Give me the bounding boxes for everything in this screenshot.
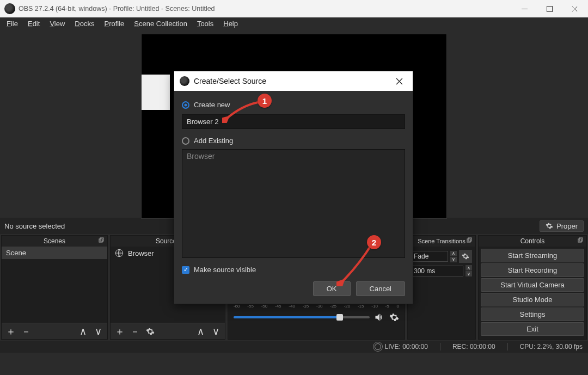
gear-icon: [146, 327, 155, 336]
dock-scenes-header: Scenes: [2, 236, 107, 247]
dialog-title: Create/Select Source: [194, 77, 391, 85]
app-icon: [4, 3, 15, 14]
dock-scenes: Scenes Scene ＋ － ∧ ∨: [1, 235, 108, 340]
transition-select[interactable]: Fade: [411, 251, 448, 262]
window-titlebar: OBS 27.2.4 (64-bit, windows) - Profile: …: [0, 0, 588, 17]
detach-icon[interactable]: [467, 237, 472, 243]
make-visible-label: Make source visible: [194, 266, 256, 274]
svg-rect-9: [468, 238, 471, 241]
add-source-button[interactable]: ＋: [113, 325, 127, 338]
radio-icon: [182, 101, 189, 109]
svg-rect-0: [547, 6, 552, 11]
properties-button[interactable]: Proper: [540, 220, 584, 232]
add-scene-button[interactable]: ＋: [4, 325, 18, 338]
no-source-label: No source selected: [4, 222, 65, 230]
dialog-titlebar: Create/Select Source: [174, 71, 413, 91]
detach-icon[interactable]: [578, 237, 583, 243]
globe-icon: [115, 249, 124, 257]
start-recording-button[interactable]: Start Recording: [481, 263, 584, 277]
add-existing-radio[interactable]: Add Existing: [182, 134, 405, 147]
gear-icon: [462, 253, 469, 260]
menu-help[interactable]: Help: [219, 19, 242, 29]
move-source-down-button[interactable]: ∨: [209, 325, 223, 338]
close-icon: [396, 78, 403, 85]
scene-item[interactable]: Scene: [2, 247, 107, 259]
status-cpu: CPU: 2.2%, 30.00 fps: [520, 343, 583, 351]
status-rec: REC: 00:00:00: [452, 343, 495, 351]
dock-controls-header: Controls: [479, 236, 586, 247]
studio-mode-button[interactable]: Studio Mode: [481, 293, 584, 306]
svg-rect-11: [579, 238, 583, 241]
settings-button[interactable]: Settings: [481, 308, 584, 321]
ok-button[interactable]: OK: [313, 281, 351, 296]
duration-spinner[interactable]: ∧∨: [465, 265, 472, 276]
menu-docks[interactable]: Docks: [70, 19, 99, 29]
exit-button[interactable]: Exit: [481, 322, 584, 336]
dock-controls: Controls Start Streaming Start Recording…: [478, 235, 587, 340]
checkbox-icon: ✓: [182, 266, 189, 274]
start-streaming-button[interactable]: Start Streaming: [481, 249, 584, 262]
statusbar: LIVE: 00:00:00 REC: 00:00:00 CPU: 2.2%, …: [0, 341, 588, 353]
create-new-label: Create new: [194, 101, 230, 109]
gear-icon: [546, 222, 553, 230]
svg-rect-10: [578, 239, 581, 242]
cancel-button[interactable]: Cancel: [356, 281, 405, 296]
transition-spinner[interactable]: ∧∨: [450, 251, 457, 262]
speaker-icon[interactable]: [374, 312, 385, 323]
menu-edit[interactable]: Edit: [23, 19, 44, 29]
transition-duration-input[interactable]: 300 ms: [411, 266, 463, 276]
menu-tools[interactable]: Tools: [193, 19, 218, 29]
move-source-up-button[interactable]: ∧: [193, 325, 207, 338]
start-virtual-camera-button[interactable]: Start Virtual Camera: [481, 278, 584, 292]
create-source-dialog: Create/Select Source Create new Add Exis…: [174, 71, 413, 304]
menu-profile[interactable]: Profile: [100, 19, 128, 29]
move-scene-down-button[interactable]: ∨: [91, 325, 105, 338]
annotation-badge-2: 2: [367, 235, 381, 249]
make-visible-checkbox[interactable]: ✓ Make source visible: [182, 262, 405, 280]
existing-source-item[interactable]: Browser: [187, 152, 400, 161]
maximize-button[interactable]: [537, 0, 562, 17]
window-title: OBS 27.2.4 (64-bit, windows) - Profile: …: [19, 5, 512, 13]
source-item-label: Browser: [128, 249, 154, 257]
close-button[interactable]: [562, 0, 587, 17]
svg-rect-8: [467, 239, 470, 242]
gear-icon[interactable]: [389, 312, 399, 322]
dock-transitions: Scene Transitions Fade ∧∨ 300 ms ∧∨: [407, 235, 476, 340]
minimize-button[interactable]: [512, 0, 537, 17]
menu-file[interactable]: File: [2, 19, 22, 29]
source-properties-button[interactable]: [143, 325, 157, 338]
annotation-badge-1: 1: [258, 94, 272, 108]
menu-view[interactable]: View: [45, 19, 69, 29]
source-name-input[interactable]: [182, 114, 405, 129]
dialog-close-button[interactable]: [391, 73, 407, 89]
meter-scale: -60-55-50-45-40-35-30-25-20-15-10-50: [234, 304, 399, 309]
properties-label: Proper: [556, 222, 578, 230]
menu-scene-collection[interactable]: Scene Collection: [130, 19, 192, 29]
volume-slider[interactable]: [234, 316, 370, 318]
transition-settings-button[interactable]: [459, 250, 472, 263]
dock-transitions-header: Scene Transitions: [408, 236, 475, 247]
scenes-list[interactable]: Scene: [2, 247, 107, 323]
remove-source-button[interactable]: －: [128, 325, 142, 338]
radio-icon: [182, 137, 189, 145]
add-existing-label: Add Existing: [194, 137, 233, 145]
detach-icon[interactable]: [99, 237, 104, 243]
status-live: LIVE: 00:00:00: [375, 343, 427, 351]
move-scene-up-button[interactable]: ∧: [76, 325, 90, 338]
svg-rect-1: [99, 239, 102, 242]
create-new-radio[interactable]: Create new: [182, 99, 405, 111]
app-icon: [180, 76, 189, 86]
svg-rect-2: [100, 238, 103, 241]
remove-scene-button[interactable]: －: [19, 325, 33, 338]
menubar: File Edit View Docks Profile Scene Colle…: [0, 17, 588, 29]
